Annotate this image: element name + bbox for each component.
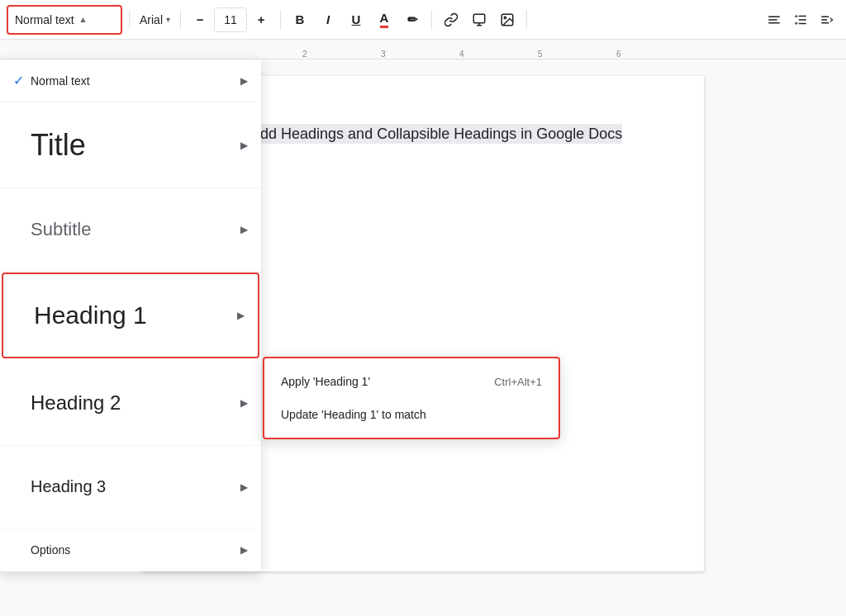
toolbar-right-group — [762, 7, 839, 32]
apply-heading1-label: Apply 'Heading 1' — [281, 375, 370, 388]
heading1-submenu: Apply 'Heading 1' Ctrl+Alt+1 Update 'Hea… — [263, 357, 560, 439]
style-option-heading2[interactable]: ✓ Heading 2 ▶ — [0, 360, 261, 446]
style-option-options[interactable]: ✓ Options ▶ — [0, 528, 261, 571]
align-icon — [767, 12, 782, 27]
italic-button[interactable]: I — [316, 7, 340, 32]
svg-rect-7 — [768, 22, 780, 24]
highlight-button[interactable]: ✏ — [400, 7, 425, 32]
style-option-title[interactable]: ✓ Title ▶ — [0, 102, 261, 188]
comment-icon — [472, 12, 487, 27]
normal-text-label: Normal text — [31, 74, 240, 88]
link-button[interactable] — [439, 7, 463, 32]
document-content: low to Add Headings and Collapsible Head… — [208, 126, 638, 143]
text-color-button[interactable]: A — [372, 7, 397, 32]
text-color-label: A — [380, 11, 389, 28]
style-option-normal-text[interactable]: ✓ Normal text ▶ — [0, 59, 261, 102]
update-heading1-label: Update 'Heading 1' to match — [281, 408, 426, 421]
more-options-icon — [820, 12, 834, 27]
paragraph-style-dropdown: ✓ Normal text ▶ ✓ Title ▶ ✓ Subtitle ▶ ✓… — [0, 59, 261, 571]
options-label: Options — [31, 543, 240, 557]
style-option-subtitle[interactable]: ✓ Subtitle ▶ — [0, 188, 261, 271]
ruler-tick-5: 5 — [538, 50, 543, 59]
svg-rect-0 — [473, 14, 485, 23]
toolbar-divider-1 — [129, 10, 130, 30]
line-spacing-button[interactable] — [788, 7, 813, 32]
toolbar-divider-3 — [280, 10, 281, 30]
more-options-button[interactable] — [815, 7, 839, 32]
image-button[interactable] — [495, 7, 520, 32]
svg-rect-10 — [799, 22, 806, 24]
font-size-container: − 11 + — [188, 7, 273, 32]
subtitle-chevron-icon: ▶ — [240, 224, 248, 235]
ruler-tick-6: 6 — [616, 50, 621, 59]
svg-rect-12 — [821, 19, 827, 21]
svg-point-4 — [504, 17, 506, 18]
ruler-tick-4: 4 — [459, 50, 464, 59]
font-size-display[interactable]: 11 — [214, 7, 247, 32]
svg-rect-8 — [799, 15, 806, 17]
heading2-chevron-icon: ▶ — [240, 397, 248, 409]
title-label: Title — [31, 128, 240, 163]
comment-button[interactable] — [467, 7, 492, 32]
font-size-decrease-button[interactable]: − — [188, 7, 212, 32]
style-option-heading3[interactable]: ✓ Heading 3 ▶ — [0, 446, 261, 528]
link-icon — [444, 12, 459, 27]
chevron-right-icon: ▶ — [240, 75, 248, 87]
heading3-label: Heading 3 — [31, 477, 240, 496]
ruler: 2 3 4 5 6 — [0, 40, 846, 59]
line-spacing-icon — [793, 12, 808, 27]
style-selector[interactable]: Normal text ▲ — [7, 5, 122, 35]
svg-rect-5 — [768, 16, 780, 17]
update-heading1-item[interactable]: Update 'Heading 1' to match — [264, 398, 558, 431]
font-name-label: Arial — [140, 13, 163, 26]
ruler-tick-2: 2 — [302, 50, 307, 59]
bold-button[interactable]: B — [288, 7, 312, 32]
toolbar-divider-4 — [431, 10, 432, 30]
heading1-chevron-icon: ▶ — [237, 310, 245, 321]
style-option-heading1[interactable]: ✓ Heading 1 ▶ — [2, 272, 259, 358]
ruler-content: 2 3 4 5 6 — [261, 40, 846, 59]
main-area: ✓ Normal text ▶ ✓ Title ▶ ✓ Subtitle ▶ ✓… — [0, 59, 846, 616]
style-selector-arrow: ▲ — [79, 15, 88, 24]
svg-rect-6 — [768, 19, 777, 21]
title-chevron-icon: ▶ — [240, 140, 248, 151]
svg-rect-13 — [821, 22, 829, 24]
heading2-label: Heading 2 — [31, 391, 240, 415]
document-highlighted-text: low to Add Headings and Collapsible Head… — [208, 124, 622, 144]
image-icon — [500, 12, 515, 27]
ruler-tick-3: 3 — [381, 50, 386, 59]
check-icon: ✓ — [13, 73, 24, 88]
svg-rect-11 — [821, 16, 829, 17]
subtitle-label: Subtitle — [31, 219, 240, 240]
toolbar-divider-2 — [180, 10, 181, 30]
apply-heading1-shortcut: Ctrl+Alt+1 — [494, 376, 542, 388]
font-size-increase-button[interactable]: + — [249, 7, 273, 32]
heading3-chevron-icon: ▶ — [240, 481, 248, 493]
svg-rect-9 — [799, 19, 806, 21]
font-dropdown-arrow: ▾ — [166, 15, 170, 24]
underline-button[interactable]: U — [344, 7, 368, 32]
style-selector-label: Normal text — [15, 13, 74, 26]
toolbar-divider-5 — [526, 10, 527, 30]
toolbar: Normal text ▲ Arial ▾ − 11 + B I U A ✏ — [0, 0, 846, 40]
options-chevron-icon: ▶ — [240, 544, 248, 556]
align-button[interactable] — [762, 7, 787, 32]
apply-heading1-item[interactable]: Apply 'Heading 1' Ctrl+Alt+1 — [264, 365, 558, 398]
font-selector[interactable]: Arial ▾ — [136, 10, 173, 30]
heading1-label: Heading 1 — [34, 301, 237, 329]
